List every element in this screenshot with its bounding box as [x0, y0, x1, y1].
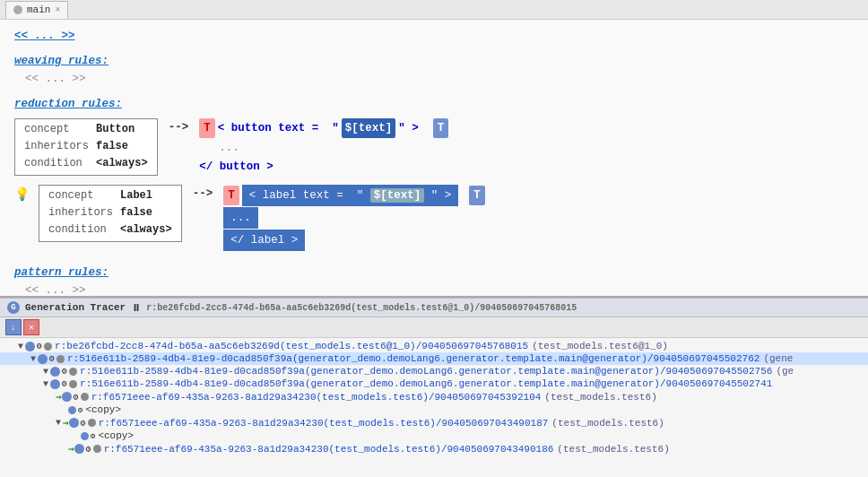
tree-node-icon: ⚙ — [50, 378, 77, 389]
tag-T-red-1: T — [199, 118, 215, 138]
tree-node-text: r:516e611b-2589-4db4-81e9-d0cad850f39a(g… — [67, 353, 760, 364]
tracer-title: Generation Tracer — [25, 302, 126, 313]
tree-row[interactable]: ▼ ⚙ r:516e611b-2589-4db4-81e9-d0cad850f3… — [0, 352, 868, 365]
condition-value-2: <always> — [117, 221, 176, 238]
button-quote-close: " > — [398, 119, 419, 137]
tree-node-text: r:f6571eee-af69-435a-9263-8a1d29a34230(t… — [99, 418, 549, 429]
condition-value: <always> — [92, 155, 152, 172]
tree-green-arrow-icon-2: ⇒ — [63, 417, 69, 429]
label-code-line: < label text = " $[text] " > — [242, 185, 459, 206]
concept-label-2: concept — [45, 187, 117, 204]
tree-row[interactable]: ▼ ⇒ ⚙ r:f6571eee-af69-435a-9263-8a1d29a3… — [0, 416, 868, 429]
tree-node-text: r:f6571eee-af69-435a-9263-8a1d29a34230(t… — [104, 444, 554, 455]
tree-row: ⚙ <copy> — [0, 403, 868, 416]
inheritors-label-2: inheritors — [45, 204, 117, 221]
tree-node-label: (gene — [763, 353, 793, 364]
tree-expand-icon: ▼ — [43, 367, 48, 377]
tree-node-icon: ⚙ — [25, 341, 52, 351]
concept-label: concept — [21, 121, 92, 138]
tracer-panel: G Generation Tracer ⏸ r:be26fcbd-2cc8-47… — [0, 298, 868, 477]
tree-node-icon: ⚙ — [81, 431, 95, 441]
tree-expand-icon: ▼ — [18, 342, 23, 351]
var-text-1: $[text] — [342, 118, 396, 138]
tracer-pause-icon: ⏸ — [131, 302, 141, 314]
tracer-toolbar: ↓ ✕ — [0, 317, 868, 338]
close-tab-button[interactable]: × — [55, 5, 60, 15]
tree-row[interactable]: ▼ ⚙ r:516e611b-2589-4db4-81e9-d0cad850f3… — [0, 365, 868, 377]
tree-expand-icon: ▼ — [43, 379, 48, 389]
tracer-icon: G — [7, 301, 20, 314]
tag-T-blue-2: T — [469, 186, 485, 205]
tree-green-arrow-icon-3: ⇒ — [68, 443, 74, 455]
weaving-rules-title: weaving rules: — [14, 55, 108, 67]
button-open-tag: < button text = " — [218, 119, 339, 137]
inheritors-value-2: false — [117, 204, 176, 221]
tab-label: main — [27, 4, 50, 15]
concept-value: Button — [92, 121, 152, 138]
tree-node-icon: ⚙ — [69, 418, 96, 429]
rule-button-table: concept Button inheritors false conditio… — [14, 118, 158, 176]
label-ellipsis: ... — [223, 207, 258, 229]
pattern-ellipsis: << ... >> — [14, 282, 854, 298]
condition-label-2: condition — [45, 221, 117, 238]
tree-node-label: (ge — [776, 366, 794, 377]
tree-node-icon: ⚙ — [68, 405, 82, 415]
tree-node-label: (test_models.test6) — [551, 418, 664, 429]
tree-node-icon: ⚙ — [74, 444, 101, 455]
tree-node-text: r:516e611b-2589-4db4-81e9-d0cad850f39a(g… — [80, 366, 772, 377]
tag-T-blue-1: T — [433, 118, 449, 138]
rule-label-code: T < label text = " $[text] " > T ... </ … — [223, 185, 485, 251]
rule-button: concept Button inheritors false conditio… — [14, 118, 854, 176]
rule-arrow-1: --> — [169, 118, 189, 136]
concept-value-2: Label — [117, 187, 176, 204]
tracer-tree: ▼ ⚙ r:be26fcbd-2cc8-474d-b65a-aa5c6eb326… — [0, 338, 868, 457]
weaving-ellipsis: << ... >> — [14, 70, 854, 88]
tab-icon — [13, 5, 22, 14]
tree-expand-icon: ▼ — [30, 354, 36, 364]
tree-node-text: r:f6571eee-af69-435a-9263-8a1d29a34230(t… — [91, 392, 542, 403]
tree-row: ⚙ <copy> — [0, 429, 868, 442]
tree-expand-icon: ▼ — [56, 418, 61, 428]
tracer-header-path: r:be26fcbd-2cc8-474d-b65a-aa5c6eb3269d(t… — [146, 303, 577, 313]
rule-button-code: T < button text = " $[text] " > T ... </… — [199, 118, 448, 176]
tree-node-text: r:516e611b-2589-4db4-81e9-d0cad850f39a(g… — [80, 378, 772, 389]
tree-node-label: (test_models.test6) — [557, 444, 669, 455]
tree-row[interactable]: ▼ ⚙ r:516e611b-2589-4db4-81e9-d0cad850f3… — [0, 377, 868, 390]
rule-ellipsis-1: ... — [208, 139, 239, 157]
pattern-rules-title: pattern rules: — [14, 266, 108, 279]
tree-row[interactable]: ⇒ ⚙ r:f6571eee-af69-435a-9263-8a1d29a342… — [0, 390, 868, 403]
inheritors-value: false — [92, 138, 152, 155]
rule-label-table: concept Label inheritors false condition… — [39, 185, 182, 242]
tree-node-icon: ⚙ — [62, 392, 89, 403]
rule-label: 💡 concept Label inheritors false conditi… — [14, 185, 854, 251]
tree-row[interactable]: ⇒ ⚙ r:f6571eee-af69-435a-9263-8a1d29a342… — [0, 442, 868, 455]
condition-label: condition — [21, 155, 92, 172]
main-tab[interactable]: main × — [5, 1, 68, 19]
tracer-download-btn[interactable]: ↓ — [5, 319, 22, 335]
tree-node-icon: ⚙ — [38, 353, 65, 364]
editor-area: << ... >> weaving rules: << ... >> reduc… — [0, 20, 868, 298]
tracer-stop-btn[interactable]: ✕ — [23, 319, 39, 335]
tree-node-icon: ⚙ — [50, 366, 77, 377]
inheritors-label: inheritors — [21, 138, 92, 155]
lightbulb-icon: 💡 — [14, 185, 30, 204]
nav-arrows-1: << ... >> — [14, 27, 854, 45]
tag-T-red-2: T — [223, 186, 239, 205]
tree-green-arrow-icon: ⇒ — [56, 391, 62, 403]
tree-copy-text-2: <copy> — [98, 430, 134, 441]
rule-arrow-2: --> — [193, 185, 213, 203]
tree-copy-text: <copy> — [85, 404, 121, 415]
tab-bar: main × — [0, 0, 868, 20]
button-close-tag: </ button > — [199, 158, 273, 176]
label-close-tag: </ label > — [223, 230, 305, 251]
tree-node-label: (test_models.test6) — [544, 392, 656, 403]
tree-node-text: r:be26fcbd-2cc8-474d-b65a-aa5c6eb3269d(t… — [55, 341, 528, 351]
tree-row[interactable]: ▼ ⚙ r:be26fcbd-2cc8-474d-b65a-aa5c6eb326… — [0, 340, 868, 352]
tree-node-label: (test_models.test6@1_0) — [532, 341, 668, 351]
tracer-header: G Generation Tracer ⏸ r:be26fcbd-2cc8-47… — [0, 299, 868, 317]
reduction-rules-title: reduction rules: — [14, 98, 122, 110]
